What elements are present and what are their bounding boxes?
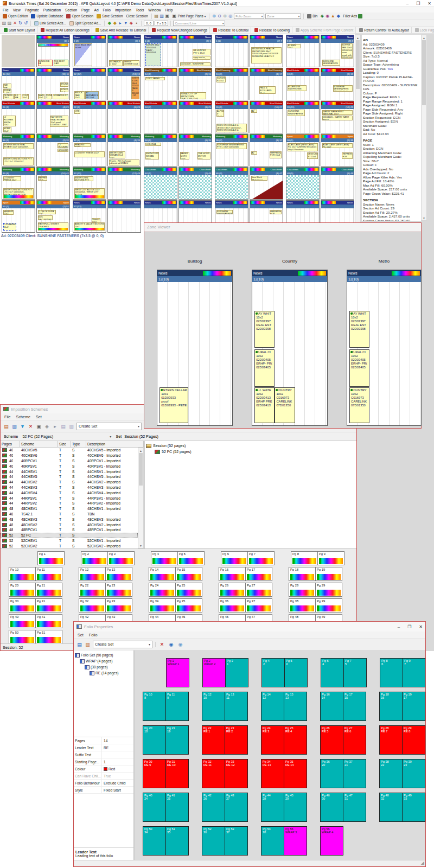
ad-block[interactable]: SUNSHINE FA (38, 60, 53, 66)
workflow-button[interactable]: Lock Page For AutoLayout (413, 27, 434, 33)
scheme-row[interactable]: 52 52CHSV1 T S 52CHSV1 - Imported (1, 538, 138, 544)
scheme-row[interactable]: 40 40RPCV1 T S 40RPCV1 - Imported (1, 458, 138, 464)
close-button[interactable]: ✕ (427, 1, 431, 6)
toolbar-icon[interactable]: ▤ (3, 423, 10, 430)
plan-page-tile[interactable]: Pg 34 (149, 598, 176, 612)
workflow-button[interactable]: Request All Edition Bookings (39, 27, 92, 33)
toolbar-icon[interactable]: ◈ (320, 14, 324, 18)
page-thumbnail[interactable]: Sport (2) 39 ALAN CARR (NEW CARS) P/L 15… (321, 134, 354, 167)
page-thumbnail[interactable]: Motoring (6) 35 BAKER MOTO 15x3 DUOONE H… (178, 134, 212, 167)
folio-page-tile[interactable]: Pg 18 16 (379, 692, 403, 721)
plan-page-tile[interactable]: Pg 20 (9, 583, 36, 597)
folio-page-tile[interactable]: Pg 2 WRAP 2 (202, 658, 226, 687)
plan-page-tile[interactable]: Pg 13 (105, 567, 132, 581)
zoom-icon[interactable]: ◎ (228, 14, 233, 18)
ad-block[interactable]: News Block 38x3 INDEX (74, 43, 92, 66)
folio-page-tile[interactable]: Pg 8 6 (380, 658, 403, 687)
plan-page-tile[interactable]: Pg 35 (175, 598, 202, 612)
folio-page-tile[interactable]: Pg 27 RE 6 (343, 725, 366, 755)
folio-page-tile[interactable]: Pg 53 37 (225, 826, 248, 856)
save-session-button[interactable]: Save Session (95, 13, 124, 19)
page-thumbnail[interactable]: Motoring 34 (5) HODONIA PREST10BSMITHTOW… (144, 134, 177, 167)
folio-page-tile[interactable]: Pg 28 RE 7 (379, 725, 403, 755)
ad-block[interactable]: SUNSHINE NEWSPAPERS PTY LTD 10x3 proof (333, 85, 353, 92)
menu-item[interactable]: Scheme (16, 414, 30, 419)
toolbar-icon[interactable]: ◈ (43, 423, 50, 430)
toolbar-icon[interactable]: ▸ (52, 423, 59, 430)
page-thumbnail[interactable]: Motoring 36 (7) SUNSHINE NEWSPAPERS PTY … (215, 134, 248, 167)
page-thumbnail[interactable]: News 10 (10) RAY WH 10x2RURAL C 10x2PETE… (2, 68, 35, 100)
property-row[interactable]: Style Fixed Start (74, 787, 133, 794)
ad-block[interactable]: HB HUNTER PTY L 15x3 (193, 49, 210, 55)
plan-page-tile[interactable]: Pg 51 (35, 630, 62, 644)
folio-page-tile[interactable]: Pg 49 33 (402, 793, 425, 822)
page-thumbnail[interactable]: Real Farming (4) 17 PAUL & SCOLLARD 15x4… (250, 68, 283, 100)
folio-tree-item[interactable]: (38 pages) (75, 664, 132, 670)
ad-block[interactable]: LJ HOOKER SM 15x2 (58, 143, 68, 148)
ad-block[interactable]: SUNSHI 38x2 14D00164 DIARY - 14D00164 (145, 43, 161, 66)
menu-item[interactable]: Publication (43, 8, 61, 12)
zone-ad-block[interactable]: PETERS CELLAR10x301D03933proof01D03933 -… (159, 387, 188, 423)
page-thumbnail[interactable]: News (107, 200, 141, 233)
folio-page-tile[interactable]: Pg 51 35 (165, 826, 189, 856)
toolbar-icon[interactable]: ▤ (60, 423, 67, 430)
open-edition-button[interactable]: Open Edition (2, 13, 29, 19)
plan-page-tile[interactable]: Pg 29 (315, 583, 342, 597)
ad-block[interactable]: SOPHIE PAN 20x3 02D00104 reser email wit… (341, 43, 353, 58)
ad-block[interactable]: SUNSHINE NEWSPAPERS PTY (322, 60, 341, 66)
page-thumbnail[interactable]: News 4 (4) SUNSHI 38x2 14D00164 DIARY - … (144, 35, 177, 67)
page-thumbnail[interactable]: Motoring 30 (1) MORRIS BROS REAL ESTATE … (2, 134, 35, 167)
minimize-button[interactable]: – (398, 624, 400, 629)
plan-page-tile[interactable]: Pg 27 (245, 583, 272, 597)
toolbar-icon[interactable]: ▪ (134, 21, 139, 25)
ad-block[interactable]: BAKER MOTO 15x3 DUO (180, 152, 189, 159)
plan-page-tile[interactable]: Pg 6 (221, 551, 248, 565)
plan-page-tile[interactable]: Pg 25 (175, 583, 202, 597)
ad-block[interactable]: copy sent w photog email (193, 56, 210, 60)
ad-block[interactable]: SUNSHINE NEWSPAPERS PTY (216, 210, 233, 215)
toolbar-icon[interactable]: ◈ (129, 21, 133, 25)
folio-page-tile[interactable]: Pg 55 WRAP 3 (284, 826, 307, 856)
scroll-down-icon[interactable]: ▼ (423, 215, 425, 220)
folio-zoom-combo[interactable]: Folio Zoom▾ (234, 14, 264, 19)
property-row[interactable]: Starting Page... 1 (74, 758, 133, 765)
ad-block[interactable]: PAUL & SCOLLARD 15x4 02D00128 (259, 86, 276, 93)
split-spread-ad-button[interactable]: Split Spread Ad... (68, 20, 103, 26)
ad-block[interactable]: FAITHFULL STREET TRADERS (38, 222, 68, 231)
page-thumbnail[interactable]: Motoring 40 (9) COUNTRY PRESS 15x7 02D00… (2, 167, 35, 200)
ad-block[interactable]: S.J. WA 10x2 (14, 94, 21, 99)
ad-block[interactable]: ONE HOUR MOTOR 15x4 (197, 152, 211, 159)
ad-block[interactable]: RURAL C 10x2 (46, 94, 53, 99)
toolbar-icon[interactable]: ▣ (165, 14, 170, 18)
plan-page-tile[interactable]: Pg 4 (151, 551, 178, 565)
plan-page-tile[interactable]: Pg 17 (245, 567, 272, 581)
table-scrollbar[interactable]: ▲▼ (138, 448, 144, 548)
ad-block[interactable]: THE BEST CAR (54, 60, 69, 66)
toolbar-icon[interactable]: ◆ (112, 21, 117, 25)
zone-page[interactable]: News 12(10) RAY WHIT10x202D03397REAL EST… (252, 270, 328, 426)
folio-page-tile[interactable]: Pg 35 RE 14 (284, 759, 307, 788)
page-thumbnail[interactable]: News (1) 1 News BlockSUNSHINE FATHE BEST… (36, 35, 70, 67)
folio-page-tile[interactable]: Pg 41 25 (165, 793, 189, 822)
scheme-row[interactable]: 48 TS42.1 T S TBN (1, 512, 138, 517)
scheme-row[interactable]: 44 44RPSV1 T S 44RPSV1 - Imported (1, 495, 138, 501)
toolbar-icon[interactable]: ✕ (12, 21, 17, 25)
folio-page-tile[interactable]: Pg 11 9 (165, 692, 189, 721)
ad-block[interactable]: News Block (38, 43, 68, 47)
zone-combo[interactable]: Zone▾ (265, 14, 301, 19)
menu-item[interactable]: Set (36, 414, 42, 419)
folio-page-tile[interactable]: Pg 10 8 (143, 692, 166, 721)
ad-block[interactable]: ALAN CARR (NEW CARS) P/L 15x7 L2M9882 Mi… (288, 143, 318, 151)
plan-page-tile[interactable]: Pg 19 (315, 567, 342, 581)
ad-block[interactable]: HEFFERNAN FOR (270, 210, 282, 215)
ad-block[interactable]: New Block 38x3 Classi (251, 176, 267, 181)
ad-block[interactable]: 15D01220 - GARRY NASH FIRST (322, 116, 353, 120)
ad-block[interactable]: HEALING ARTS CENTRE 10x4 (74, 143, 91, 147)
set-value[interactable]: Session (52 Pages) (124, 434, 158, 439)
folio-page-tile[interactable]: Pg 17 15 (343, 692, 366, 721)
property-row[interactable]: Can Have Chil... True (74, 773, 133, 780)
ad-block[interactable]: HODONIA PREST10B (145, 143, 161, 146)
folio-page-tile[interactable]: Pg 30 RE 9 (143, 759, 166, 788)
menu-item[interactable]: Window (148, 8, 161, 12)
folio-tree-item[interactable]: Folio Set (56 pages) (75, 652, 132, 658)
